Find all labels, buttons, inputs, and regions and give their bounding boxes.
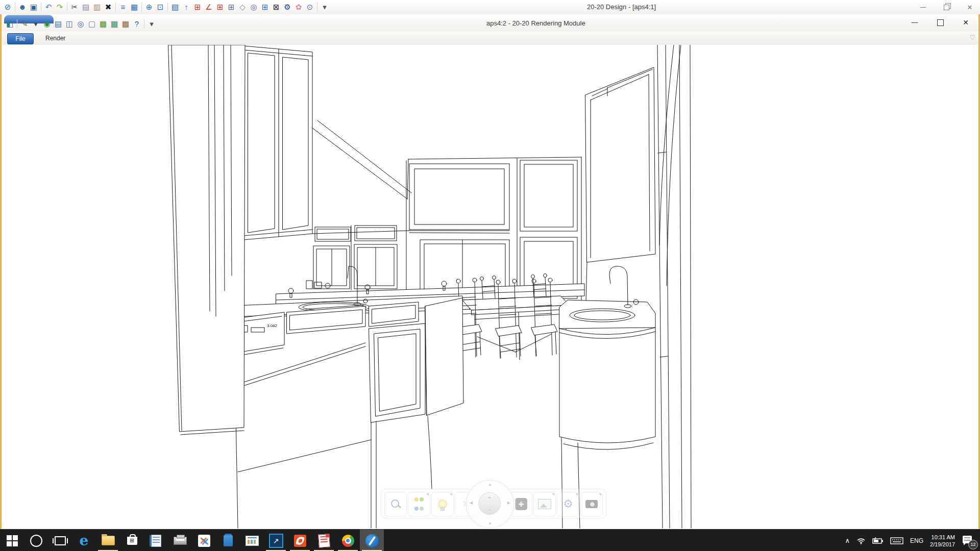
clock[interactable]: 10:31 AM 2/19/2017 (930, 534, 955, 548)
resize-icon[interactable]: ⊕ (143, 2, 155, 13)
render-camera-icon[interactable]: ◉ (41, 18, 53, 30)
language-indicator[interactable]: ENG (910, 537, 923, 544)
main-restore-button[interactable] (939, 2, 953, 13)
toolbar-separator (317, 3, 317, 12)
snapshot-button[interactable] (533, 492, 556, 516)
wheel-down-icon[interactable]: ▼ (488, 521, 492, 526)
notification-badge: 12 (968, 540, 978, 549)
corner-flag-icon (426, 493, 429, 496)
doc-delete-icon[interactable]: ⊠ (271, 2, 282, 13)
render-minimize-button[interactable] (907, 16, 922, 29)
tray-chevron-icon[interactable]: ∧ (845, 537, 850, 544)
main-window-title: 20-20 Design - [aps4:1] (587, 3, 656, 11)
menu-file[interactable]: File (7, 33, 34, 44)
start-button[interactable] (0, 530, 24, 551)
toolbar2-overflow-icon[interactable]: ▾ (146, 18, 157, 30)
presentation-app-icon[interactable] (240, 530, 264, 551)
view-search-icon[interactable]: ◎ (75, 18, 86, 30)
user-icon[interactable]: ☻ (17, 2, 28, 13)
toolbar-separator (67, 3, 67, 12)
corner-flag-icon (552, 493, 554, 496)
export-view-icon[interactable]: ↑ (181, 2, 192, 13)
app-compass-icon[interactable]: ⊘ (2, 2, 13, 13)
lighting-button[interactable] (431, 492, 454, 516)
table-red-icon[interactable]: ⊞ (192, 2, 203, 13)
help-icon[interactable]: ? (131, 18, 142, 30)
edit-pencil-icon[interactable]: ✎ (19, 18, 30, 30)
window-icon[interactable]: ◧ (4, 18, 15, 30)
zoom-out-icon[interactable]: − (488, 507, 491, 513)
task-view-button[interactable] (48, 530, 72, 551)
main-close-button[interactable]: ✕ (963, 2, 977, 13)
battery-icon[interactable] (872, 537, 884, 544)
dropdown-caret-icon[interactable]: ▾ (30, 18, 41, 30)
render-maximize-button[interactable] (933, 16, 948, 29)
copy-view-icon[interactable]: ▢ (86, 18, 97, 30)
grid-icon[interactable]: ⊞ (259, 2, 271, 13)
nitro-pdf-icon[interactable] (288, 530, 312, 551)
image-day-icon[interactable]: ▩ (97, 18, 109, 30)
settings-button[interactable]: ⚙ (557, 492, 579, 516)
action-center-icon[interactable]: 12 (962, 534, 975, 547)
notepad-app-icon[interactable] (144, 530, 168, 551)
print-preview-icon[interactable]: ◫ (64, 18, 75, 30)
gear-icon[interactable]: ⚙ (282, 2, 293, 13)
cortana-button[interactable] (24, 530, 48, 551)
zoom-fit-button[interactable] (384, 492, 407, 516)
render-materials-button[interactable] (408, 492, 430, 516)
toolbar-separator (115, 3, 116, 12)
search-icon[interactable]: ⊙ (304, 2, 315, 13)
fax-scan-icon[interactable] (168, 530, 192, 551)
touch-keyboard-icon[interactable] (890, 537, 903, 545)
palette-icon[interactable]: ✿ (293, 2, 304, 13)
angle-icon[interactable]: ∠ (203, 2, 214, 13)
image-night-icon[interactable]: ▩ (109, 18, 120, 30)
wheel-up-icon[interactable]: ▲ (488, 482, 492, 487)
edge-icon[interactable]: e (72, 530, 96, 551)
table-red2-icon[interactable]: ⊞ (214, 2, 226, 13)
main-toolbar: ⊘☻▣↶↷✂▤▥✖≡▦⊕⊡▧↑⊞∠⊞⊞◇◎⊞⊠⚙✿⊙▾ (2, 1, 330, 13)
render-canvas[interactable]: 3.082 (2, 45, 978, 529)
cube-3d-icon[interactable]: ▧ (169, 2, 181, 13)
wifi-icon[interactable] (856, 537, 866, 544)
file-explorer-icon[interactable] (96, 530, 120, 551)
zoom-in-icon[interactable]: + (488, 494, 491, 500)
main-minimize-button[interactable] (916, 2, 930, 13)
table-icon[interactable]: ⊞ (226, 2, 237, 13)
print-icon[interactable]: ▤ (53, 18, 64, 30)
diamond-icon[interactable]: ◇ (237, 2, 248, 13)
nav-wheel[interactable]: ▲ ▼ ◀ ▶ + − (466, 480, 514, 528)
image-settings-icon[interactable]: ▩ (120, 18, 131, 30)
copy-icon[interactable]: ▤ (80, 2, 91, 13)
pdf-doc-icon[interactable] (312, 530, 336, 551)
launcher-app-icon[interactable]: ↗ (264, 530, 288, 551)
tray-date: 2/19/2017 (930, 541, 955, 548)
undo-icon[interactable]: ↶ (43, 2, 54, 13)
render-window-titlebar: ◧✎▾◉▤◫◎▢▩▩▩?▾ aps4:2 - 20-20 Rendering M… (2, 14, 978, 32)
blue-binder-icon[interactable] (216, 530, 240, 551)
toolbar-overflow-icon[interactable]: ▾ (319, 2, 330, 13)
panel-icon[interactable]: ▦ (129, 2, 140, 13)
menu-render[interactable]: Render (41, 33, 69, 43)
render-close-button[interactable]: ✕ (958, 16, 973, 29)
options-list-icon[interactable]: ≡ (117, 2, 129, 13)
render-window-title: aps4:2 - 20-20 Rendering Module (486, 19, 585, 27)
render-module-window: ◧✎▾◉▤◫◎▢▩▩▩?▾ aps4:2 - 20-20 Rendering M… (0, 14, 980, 529)
camera-button[interactable] (580, 492, 603, 516)
wheel-left-icon[interactable]: ◀ (470, 500, 473, 505)
chrome-icon[interactable] (336, 530, 360, 551)
redo-icon[interactable]: ↷ (54, 2, 65, 13)
store-icon[interactable]: ⊞ (120, 530, 144, 551)
save-icon[interactable]: ▣ (28, 2, 39, 13)
paste-icon[interactable]: ▥ (91, 2, 103, 13)
design-2020-icon[interactable] (360, 530, 384, 551)
wps-office-icon[interactable]: ✕✕ (192, 530, 216, 551)
delete-icon[interactable]: ✖ (103, 2, 114, 13)
cut-icon[interactable]: ✂ (69, 2, 80, 13)
doc-search-icon[interactable]: ◎ (248, 2, 259, 13)
heart-icon[interactable]: ♡ (969, 34, 975, 41)
toolbar-separator (167, 3, 168, 12)
zoom-region-icon[interactable]: ⊡ (155, 2, 166, 13)
wheel-zoom-ball[interactable]: + − (478, 492, 501, 515)
wheel-right-icon[interactable]: ▶ (507, 500, 510, 505)
